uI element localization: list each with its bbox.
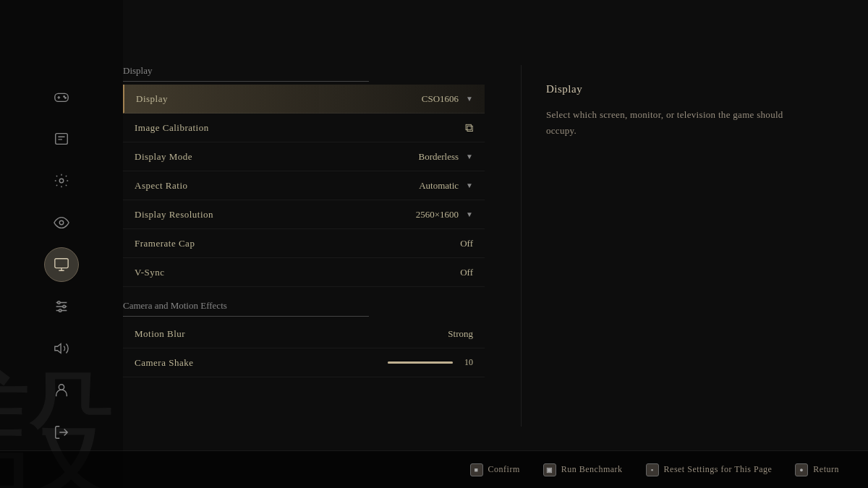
value-framerate-cap: Off bbox=[460, 238, 473, 249]
sidebar-item-adjustments[interactable] bbox=[44, 289, 79, 324]
chevron-down-icon: ▼ bbox=[466, 181, 473, 189]
setting-row-aspect-ratio[interactable]: Aspect Ratio Automatic ▼ bbox=[123, 171, 485, 200]
value-display-resolution[interactable]: 2560×1600 ▼ bbox=[416, 209, 473, 221]
sidebar-item-logout[interactable] bbox=[44, 415, 79, 450]
sidebar bbox=[0, 0, 123, 488]
motion-blur-text: Strong bbox=[448, 328, 473, 340]
sidebar-item-display[interactable] bbox=[44, 247, 79, 282]
label-display: Display bbox=[136, 93, 168, 105]
action-return[interactable]: ● Return bbox=[795, 463, 839, 476]
section-title-camera: Camera and Motion Effects bbox=[123, 300, 369, 317]
reset-key: ▪ bbox=[646, 463, 659, 476]
value-aspect-ratio[interactable]: Automatic ▼ bbox=[419, 180, 473, 192]
svg-point-5 bbox=[59, 221, 64, 225]
label-framerate-cap: Framerate Cap bbox=[135, 238, 195, 249]
setting-row-display-mode[interactable]: Display Mode Borderless ▼ bbox=[123, 142, 485, 171]
svg-point-4 bbox=[59, 179, 64, 183]
label-vsync: V-Sync bbox=[135, 267, 165, 278]
info-panel: Display Select which screen, monitor, or… bbox=[546, 83, 792, 139]
svg-point-8 bbox=[63, 305, 66, 308]
return-key: ● bbox=[795, 463, 808, 476]
setting-row-camera-shake[interactable]: Camera Shake 10 bbox=[123, 348, 485, 377]
svg-point-7 bbox=[58, 301, 61, 304]
action-reset[interactable]: ▪ Reset Settings for This Page bbox=[646, 463, 773, 476]
slider-track bbox=[388, 361, 453, 364]
svg-point-2 bbox=[65, 98, 66, 98]
label-display-mode: Display Mode bbox=[135, 151, 192, 163]
value-image-calibration: ⧉ bbox=[465, 121, 473, 134]
settings-list-camera: Motion Blur Strong Camera Shake 10 bbox=[123, 320, 485, 377]
label-motion-blur: Motion Blur bbox=[135, 328, 185, 340]
display-resolution-text: 2560×1600 bbox=[416, 209, 459, 221]
sidebar-item-audio[interactable] bbox=[44, 331, 79, 366]
benchmark-label: Run Benchmark bbox=[561, 464, 623, 475]
value-motion-blur: Strong bbox=[448, 328, 473, 340]
label-display-resolution: Display Resolution bbox=[135, 209, 213, 221]
sidebar-item-gamepad[interactable] bbox=[44, 80, 79, 114]
confirm-label: Confirm bbox=[488, 464, 520, 475]
calibration-icon: ⧉ bbox=[465, 121, 473, 134]
action-benchmark[interactable]: ▣ Run Benchmark bbox=[543, 463, 623, 476]
chevron-down-icon: ▼ bbox=[466, 95, 473, 103]
setting-row-vsync[interactable]: V-Sync Off bbox=[123, 258, 485, 287]
info-panel-title: Display bbox=[546, 83, 792, 95]
sidebar-item-eye[interactable] bbox=[44, 205, 79, 240]
svg-rect-3 bbox=[56, 134, 68, 145]
sidebar-item-gear[interactable] bbox=[44, 163, 79, 198]
slider-fill bbox=[388, 361, 453, 364]
svg-point-10 bbox=[59, 385, 64, 390]
confirm-key: ■ bbox=[470, 463, 483, 476]
settings-list-display: Display CSO1606 ▼ Image Calibration ⧉ Di… bbox=[123, 85, 485, 287]
section-title-display: Display bbox=[123, 65, 369, 82]
setting-row-motion-blur[interactable]: Motion Blur Strong bbox=[123, 320, 485, 348]
chevron-down-icon: ▼ bbox=[466, 153, 473, 160]
value-display-mode[interactable]: Borderless ▼ bbox=[418, 151, 473, 163]
reset-label: Reset Settings for This Page bbox=[664, 464, 773, 475]
display-mode-text: Borderless bbox=[418, 151, 459, 163]
value-camera-shake[interactable]: 10 bbox=[388, 357, 473, 368]
sidebar-item-ge[interactable] bbox=[44, 121, 79, 156]
framerate-cap-text: Off bbox=[460, 238, 473, 249]
value-vsync: Off bbox=[460, 267, 473, 278]
info-panel-description: Select which screen, monitor, or televis… bbox=[546, 107, 792, 139]
camera-shake-slider[interactable]: 10 bbox=[388, 357, 473, 368]
action-confirm[interactable]: ■ Confirm bbox=[470, 463, 520, 476]
camera-shake-value: 10 bbox=[459, 357, 473, 368]
vsync-text: Off bbox=[460, 267, 473, 278]
panel-divider bbox=[521, 65, 522, 427]
display-value-text: CSO1606 bbox=[422, 93, 459, 105]
setting-row-framerate-cap[interactable]: Framerate Cap Off bbox=[123, 229, 485, 258]
label-camera-shake: Camera Shake bbox=[135, 357, 193, 369]
svg-point-1 bbox=[64, 96, 64, 97]
benchmark-key: ▣ bbox=[543, 463, 556, 476]
bottom-bar: ■ Confirm ▣ Run Benchmark ▪ Reset Settin… bbox=[0, 450, 868, 488]
aspect-ratio-text: Automatic bbox=[419, 180, 459, 192]
setting-row-image-calibration[interactable]: Image Calibration ⧉ bbox=[123, 114, 485, 142]
setting-row-display[interactable]: Display CSO1606 ▼ bbox=[123, 85, 485, 114]
label-aspect-ratio: Aspect Ratio bbox=[135, 180, 188, 192]
return-label: Return bbox=[813, 464, 839, 475]
value-display[interactable]: CSO1606 ▼ bbox=[422, 93, 473, 105]
svg-rect-6 bbox=[55, 259, 68, 268]
sidebar-item-character[interactable] bbox=[44, 373, 79, 408]
main-content: Display Display CSO1606 ▼ Image Calibrat… bbox=[123, 65, 528, 470]
chevron-down-icon: ▼ bbox=[466, 210, 473, 218]
svg-point-9 bbox=[59, 309, 61, 312]
label-image-calibration: Image Calibration bbox=[135, 122, 209, 134]
setting-row-display-resolution[interactable]: Display Resolution 2560×1600 ▼ bbox=[123, 200, 485, 229]
